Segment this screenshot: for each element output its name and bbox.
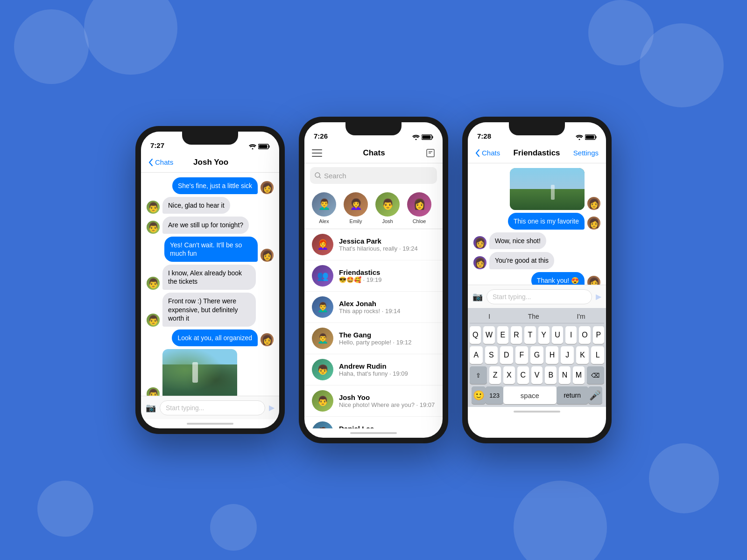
g-msg-3-avatar: 👩	[473, 236, 486, 249]
chat-friendastics-info: Friendastics 😎🤩🥰 · 19:19	[339, 268, 435, 283]
msg-8: 👨	[147, 349, 274, 396]
key-delete[interactable]: ⌫	[587, 366, 604, 384]
key-return[interactable]: return	[557, 386, 588, 404]
key-p[interactable]: P	[593, 326, 604, 344]
phone-3-input[interactable]: Start typing...	[486, 289, 592, 304]
chat-daniel[interactable]: 🧔 Daniel Lee Great to see you last night…	[304, 417, 443, 428]
key-u[interactable]: U	[552, 326, 563, 344]
key-e[interactable]: E	[497, 326, 508, 344]
bg-circle-5	[37, 481, 93, 537]
svg-rect-18	[596, 136, 597, 139]
key-t[interactable]: T	[524, 326, 536, 344]
chat-jessica-preview: That's hilarious, really · 19:24	[339, 245, 435, 252]
phone-1-input[interactable]: Start typing...	[160, 400, 265, 415]
phone-1-chat-content[interactable]: She's fine, just a little sick 👩 👨 Nice,…	[141, 173, 279, 396]
chat-gang[interactable]: 👨‍🦱 The Gang Hello, party people! · 19:1…	[304, 323, 443, 354]
key-m[interactable]: M	[573, 366, 585, 384]
key-b[interactable]: B	[545, 366, 557, 384]
svg-rect-2	[269, 146, 270, 148]
hamburger-icon[interactable]	[312, 149, 322, 157]
contact-josh-name: Josh	[382, 218, 393, 224]
compose-icon[interactable]	[426, 148, 435, 158]
msg-5-bubble: I know, Alex already book the tickets	[162, 265, 256, 290]
msg-4-avatar: 👩	[261, 249, 274, 262]
key-h[interactable]: H	[546, 346, 559, 364]
contact-emily[interactable]: 👩‍🦱 Emily	[344, 192, 368, 224]
phone-1-notch	[182, 132, 238, 145]
suggestion-I[interactable]: I	[488, 313, 490, 320]
key-s[interactable]: S	[485, 346, 498, 364]
search-bar[interactable]: Search	[310, 167, 437, 184]
back-to-chats-1[interactable]: Chats	[148, 158, 173, 166]
msg-3: 👨 Are we still up for tonight?	[147, 217, 274, 233]
phone-3-chat-content[interactable]: 👩 This one is my favorite 👩 👩 Wow, nice …	[468, 163, 606, 285]
contact-alex[interactable]: 👨‍🦱 Alex	[312, 192, 336, 224]
key-l[interactable]: L	[591, 346, 604, 364]
emoji-key[interactable]: 🙂	[472, 386, 486, 404]
contact-chloe[interactable]: 👩 Chloe	[407, 192, 431, 224]
phone-1-nav-bar: Chats Josh Yoo	[141, 152, 279, 173]
send-icon-1[interactable]: ▶	[269, 403, 275, 412]
key-z[interactable]: Z	[489, 366, 501, 384]
g-msg-2: This one is my favorite 👩	[473, 213, 600, 230]
key-space[interactable]: space	[503, 386, 557, 404]
back-to-chats-3[interactable]: Chats	[475, 149, 500, 157]
back-chevron-1	[148, 159, 153, 166]
key-y[interactable]: Y	[538, 326, 550, 344]
key-c[interactable]: C	[517, 366, 529, 384]
contact-emily-name: Emily	[350, 218, 362, 224]
key-q[interactable]: Q	[470, 326, 481, 344]
g-msg-4-avatar: 👩	[473, 256, 486, 269]
key-f[interactable]: F	[515, 346, 529, 364]
key-o[interactable]: O	[579, 326, 590, 344]
key-shift[interactable]: ⇧	[470, 366, 487, 384]
msg-4-bubble: Yes! Can't wait. It'll be so much fun	[164, 237, 258, 262]
chat-friendastics[interactable]: 👥 Friendastics 😎🤩🥰 · 19:19	[304, 260, 443, 292]
msg-2-avatar: 👨	[147, 201, 160, 214]
key-a[interactable]: A	[470, 346, 483, 364]
phone-2-screen: 7:26	[304, 122, 443, 438]
chat-jessica[interactable]: 👩‍🦰 Jessica Park That's hilarious, reall…	[304, 229, 443, 260]
key-v[interactable]: V	[531, 366, 543, 384]
battery-icon	[258, 144, 270, 149]
key-123[interactable]: 123	[486, 386, 503, 404]
key-k[interactable]: K	[576, 346, 589, 364]
chat-gang-info: The Gang Hello, party people! · 19:12	[339, 331, 435, 346]
camera-icon-3[interactable]: 📷	[472, 292, 483, 302]
phone-1-input-area: 📷 Start typing... ▶	[141, 396, 279, 419]
mic-key[interactable]: 🎤	[588, 386, 602, 404]
keyboard-row-2: A S D F G H J K L	[470, 346, 604, 364]
send-icon-3[interactable]: ▶	[596, 292, 601, 301]
chat-andrew[interactable]: 👦 Andrew Rudin Haha, that's funny · 19:0…	[304, 354, 443, 385]
suggestion-im[interactable]: I'm	[577, 313, 585, 320]
key-j[interactable]: J	[561, 346, 574, 364]
suggestion-the[interactable]: The	[528, 313, 539, 320]
chat-list[interactable]: 👩‍🦰 Jessica Park That's hilarious, reall…	[304, 229, 443, 428]
svg-point-0	[252, 148, 254, 150]
phone-2-home	[304, 428, 443, 438]
key-w[interactable]: W	[483, 326, 494, 344]
camera-icon-1[interactable]: 📷	[146, 403, 156, 413]
phone-3-home	[468, 407, 606, 416]
key-n[interactable]: N	[559, 366, 571, 384]
msg-6: 👨 Front row :) There were expensive, but…	[147, 293, 274, 327]
settings-action[interactable]: Settings	[573, 149, 599, 157]
chat-friendastics-name: Friendastics	[339, 268, 435, 276]
key-r[interactable]: R	[511, 326, 522, 344]
g-msg-4: 👩 You're good at this	[473, 252, 600, 269]
chat-alex-info: Alex Jonah This app rocks! · 19:14	[339, 300, 435, 315]
chat-daniel-name: Daniel Lee	[339, 425, 435, 428]
contact-josh[interactable]: 👨 Josh	[375, 192, 400, 224]
search-icon	[315, 172, 321, 179]
chat-alex[interactable]: 👨‍🦱 Alex Jonah This app rocks! · 19:14	[304, 292, 443, 323]
svg-point-14	[315, 173, 320, 177]
key-i[interactable]: I	[565, 326, 577, 344]
key-d[interactable]: D	[500, 346, 513, 364]
active-contacts-row: 👨‍🦱 Alex 👩‍🦱 Emily 👨 Josh	[304, 188, 443, 229]
svg-point-16	[579, 139, 580, 140]
chat-josh[interactable]: 👨 Josh Yoo Nice photo! Where are you? · …	[304, 385, 443, 417]
bg-circle-4	[640, 23, 724, 107]
key-g[interactable]: G	[530, 346, 543, 364]
msg-7-avatar: 👩	[261, 333, 274, 346]
key-x[interactable]: X	[503, 366, 515, 384]
